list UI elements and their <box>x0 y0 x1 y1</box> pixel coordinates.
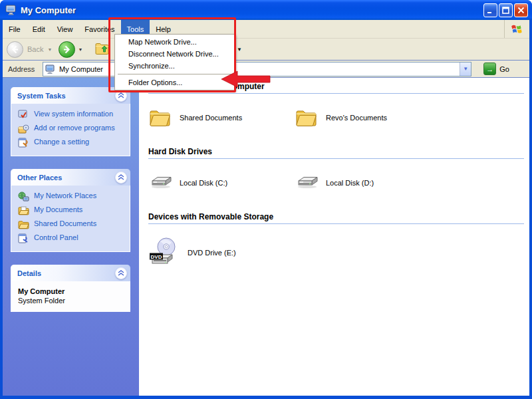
address-combobox[interactable]: My Computer ▼ <box>43 62 471 76</box>
panel-details: Details My Computer System Folder <box>11 265 130 312</box>
file-item-shared-documents[interactable]: Shared Documents <box>148 106 295 129</box>
group-hard-disk-drives: Hard Disk Drives Local Disk (C:) <box>148 144 524 209</box>
menu-item-synchronize[interactable]: Synchronize... <box>116 60 233 72</box>
maximize-button[interactable] <box>499 3 513 17</box>
folder-icon <box>148 106 171 129</box>
link-view-system-information[interactable]: View system information <box>18 110 127 120</box>
shared-documents-icon <box>18 219 29 230</box>
link-change-a-setting[interactable]: Change a setting <box>18 138 127 148</box>
menu-file[interactable]: File <box>3 20 27 38</box>
menu-edit[interactable]: Edit <box>27 20 51 38</box>
collapse-chevron-icon[interactable] <box>115 90 127 102</box>
dvd-badge-label: DVD <box>151 254 162 260</box>
hard-disk-icon <box>295 172 317 194</box>
forward-button[interactable] <box>59 41 75 58</box>
address-bar-row: Address My Computer ▼ → Go <box>3 61 529 78</box>
hard-disk-icon <box>148 172 171 194</box>
link-label: My Documents <box>34 205 82 213</box>
close-button[interactable] <box>514 3 528 17</box>
link-shared-documents[interactable]: Shared Documents <box>18 219 127 230</box>
go-button[interactable]: → <box>483 63 496 75</box>
my-computer-icon <box>5 4 17 16</box>
panel-title: Other Places <box>17 174 62 182</box>
menu-separator <box>118 74 231 74</box>
address-dropdown-button[interactable]: ▼ <box>460 63 471 76</box>
link-label: Change a setting <box>34 138 89 146</box>
menu-bar: File Edit View Favorites Tools Help <box>3 20 529 39</box>
menu-item-map-network-drive[interactable]: Map Network Drive... <box>116 36 233 48</box>
link-my-documents[interactable]: My Documents <box>18 205 127 216</box>
my-documents-icon <box>18 205 29 216</box>
group-heading: Devices with Removable Storage <box>148 209 524 224</box>
toolbar: Back ▼ ▼ ▼ <box>3 39 529 61</box>
windows-logo-icon <box>504 20 529 38</box>
details-item-type: System Folder <box>18 297 124 305</box>
group-heading: Hard Disk Drives <box>148 144 524 159</box>
back-button-label: Back <box>27 45 43 53</box>
control-panel-icon <box>18 233 29 244</box>
network-places-icon <box>18 192 29 202</box>
dvd-drive-icon: DVD <box>148 237 179 268</box>
back-dropdown-icon[interactable]: ▼ <box>47 47 52 52</box>
drive-item-local-disk-c[interactable]: Local Disk (C:) <box>148 172 295 194</box>
titlebar[interactable]: My Computer <box>0 0 532 20</box>
panel-title: System Tasks <box>17 92 66 100</box>
folder-icon <box>295 106 317 129</box>
go-label: Go <box>499 65 509 73</box>
address-my-computer-icon <box>45 64 56 74</box>
collapse-chevron-icon[interactable] <box>115 172 127 184</box>
back-button[interactable] <box>7 41 23 58</box>
drive-item-label: Local Disk (C:) <box>180 179 227 187</box>
drive-item-label: Local Disk (D:) <box>326 179 374 187</box>
collapse-chevron-icon[interactable] <box>115 267 127 279</box>
tools-dropdown-menu: Map Network Drive... Disconnect Network … <box>114 34 235 90</box>
group-removable-storage: Devices with Removable Storage <box>148 209 524 283</box>
window-client-area: File Edit View Favorites Tools Help Back <box>3 20 529 396</box>
add-remove-programs-icon <box>18 124 29 134</box>
panel-system-tasks: System Tasks View system information <box>11 87 130 156</box>
panel-other-places: Other Places My Network Places <box>11 169 130 252</box>
forward-dropdown-icon[interactable]: ▼ <box>78 47 82 52</box>
drive-item-dvd-e[interactable]: DVD DVD Drive (E:) <box>148 237 295 268</box>
link-my-network-places[interactable]: My Network Places <box>18 192 127 202</box>
panel-other-places-header[interactable]: Other Places <box>11 169 130 186</box>
file-item-label: Shared Documents <box>180 114 242 122</box>
details-item-name: My Computer <box>18 287 124 295</box>
link-label: Control Panel <box>34 233 78 241</box>
go-group: → Go <box>483 63 509 75</box>
window-title: My Computer <box>21 5 483 15</box>
menu-item-folder-options[interactable]: Folder Options... <box>116 76 233 88</box>
minimize-button[interactable] <box>483 3 497 17</box>
panel-title: Details <box>17 269 41 277</box>
panel-details-header[interactable]: Details <box>11 265 130 281</box>
system-information-icon <box>18 110 29 120</box>
up-button[interactable] <box>94 40 110 59</box>
views-dropdown-icon[interactable]: ▼ <box>237 47 242 53</box>
drive-item-local-disk-d[interactable]: Local Disk (D:) <box>295 172 441 194</box>
change-setting-icon <box>18 138 29 148</box>
link-control-panel[interactable]: Control Panel <box>18 233 127 244</box>
window-controls <box>483 3 528 17</box>
link-add-remove-programs[interactable]: Add or remove programs <box>18 124 127 134</box>
task-pane-sidebar: System Tasks View system information <box>3 78 139 396</box>
panel-system-tasks-header[interactable]: System Tasks <box>11 87 130 104</box>
menu-view[interactable]: View <box>51 20 79 38</box>
link-label: View system information <box>34 110 113 118</box>
menu-item-disconnect-network-drive[interactable]: Disconnect Network Drive... <box>116 48 233 60</box>
file-item-label: Revo's Documents <box>326 114 387 122</box>
drive-item-label: DVD Drive (E:) <box>188 249 236 257</box>
file-item-revos-documents[interactable]: Revo's Documents <box>295 106 441 129</box>
main-area: System Tasks View system information <box>3 78 529 396</box>
link-label: My Network Places <box>34 192 96 200</box>
address-label: Address <box>8 65 39 73</box>
folder-content-view: Files Stored on This Computer Shared Doc… <box>139 78 529 396</box>
link-label: Add or remove programs <box>34 124 115 132</box>
link-label: Shared Documents <box>34 219 96 227</box>
my-computer-window: My Computer File Edit View Favorites Too… <box>0 0 532 399</box>
